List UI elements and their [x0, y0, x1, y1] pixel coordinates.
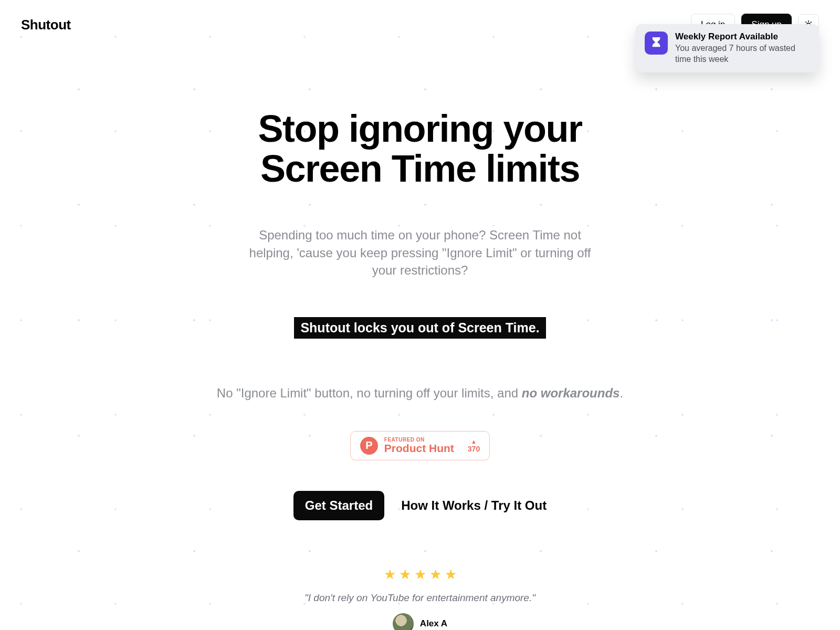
star-icon: ★ — [445, 566, 457, 583]
product-hunt-icon: P — [360, 437, 378, 455]
upvote-icon: ▲ — [468, 438, 480, 445]
review-stars: ★ ★ ★ ★ ★ — [184, 566, 656, 583]
product-hunt-votes: ▲ 370 — [468, 438, 480, 453]
reviewer-name: Alex A — [420, 618, 447, 629]
hourglass-icon — [645, 32, 668, 55]
notification-title: Weekly Report Available — [675, 32, 810, 42]
notification-body: You averaged 7 hours of wasted time this… — [675, 43, 810, 65]
hero-highlight: Shutout locks you out of Screen Time. — [294, 317, 545, 339]
svg-line-3 — [806, 22, 806, 23]
star-icon: ★ — [429, 566, 442, 583]
hero-subtitle: Spending too much time on your phone? Sc… — [242, 226, 598, 279]
how-it-works-link[interactable]: How It Works / Try It Out — [401, 498, 547, 513]
svg-line-8 — [811, 22, 811, 23]
notification-toast[interactable]: Weekly Report Available You averaged 7 h… — [635, 24, 819, 72]
product-hunt-name: Product Hunt — [384, 443, 454, 454]
review-text: "I don't rely on YouTube for entertainme… — [184, 592, 656, 604]
cta-row: Get Started How It Works / Try It Out — [184, 491, 656, 520]
star-icon: ★ — [414, 566, 426, 583]
product-hunt-badge[interactable]: P FEATURED ON Product Hunt ▲ 370 — [350, 431, 490, 460]
notification-content: Weekly Report Available You averaged 7 h… — [675, 32, 810, 65]
logo[interactable]: Shutout — [21, 17, 71, 33]
hero-title: Stop ignoring your Screen Time limits — [184, 109, 656, 188]
avatar — [393, 613, 414, 630]
review-card: ★ ★ ★ ★ ★ "I don't rely on YouTube for e… — [184, 566, 656, 630]
hero-no-workarounds: No "Ignore Limit" button, no turning off… — [184, 386, 656, 401]
reviewer: Alex A — [184, 613, 656, 630]
star-icon: ★ — [399, 566, 411, 583]
star-icon: ★ — [384, 566, 396, 583]
get-started-button[interactable]: Get Started — [293, 491, 384, 520]
